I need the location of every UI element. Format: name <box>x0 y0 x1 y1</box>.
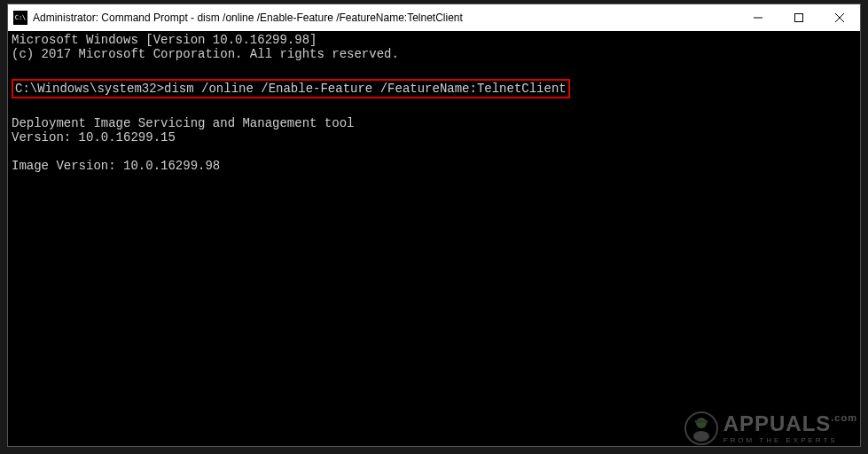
watermark: APPUALS.com FROM THE EXPERTS <box>683 410 857 447</box>
watermark-brand: APPUALS.com <box>723 413 857 434</box>
minimize-button[interactable] <box>738 4 778 31</box>
appuals-logo-icon <box>683 410 720 447</box>
watermark-text: APPUALS.com FROM THE EXPERTS <box>723 413 857 444</box>
titlebar[interactable]: Administrator: Command Prompt - dism /on… <box>8 4 860 31</box>
blank-line <box>12 61 856 75</box>
terminal-output: Version: 10.0.16299.15 <box>12 130 856 145</box>
terminal-output: Deployment Image Servicing and Managemen… <box>12 116 856 130</box>
minimize-icon <box>754 13 762 22</box>
terminal-output: Image Version: 10.0.16299.98 <box>12 159 856 173</box>
close-button[interactable] <box>819 4 860 31</box>
blank-line <box>12 102 856 116</box>
close-icon <box>835 13 844 22</box>
terminal-body[interactable]: Microsoft Windows [Version 10.0.16299.98… <box>8 31 860 176</box>
terminal-output: (c) 2017 Microsoft Corporation. All righ… <box>12 47 856 61</box>
terminal-output: Microsoft Windows [Version 10.0.16299.98… <box>12 33 856 47</box>
brand-name: APPUALS <box>723 411 832 435</box>
prompt-text: C:\Windows\system32> <box>15 82 164 96</box>
maximize-button[interactable] <box>778 4 819 31</box>
svg-rect-7 <box>695 420 708 423</box>
blank-line <box>12 145 856 159</box>
brand-suffix: .com <box>831 412 857 423</box>
window-controls <box>738 4 860 31</box>
highlighted-command: C:\Windows\system32>dism /online /Enable… <box>12 79 570 98</box>
window-title: Administrator: Command Prompt - dism /on… <box>33 12 738 24</box>
maximize-icon <box>794 13 803 22</box>
command-text: dism /online /Enable-Feature /FeatureNam… <box>164 82 567 96</box>
cmd-icon <box>13 11 27 25</box>
watermark-tagline: FROM THE EXPERTS <box>723 436 857 444</box>
svg-rect-1 <box>795 14 803 22</box>
svg-point-6 <box>693 431 709 442</box>
command-prompt-window: Administrator: Command Prompt - dism /on… <box>7 4 861 447</box>
